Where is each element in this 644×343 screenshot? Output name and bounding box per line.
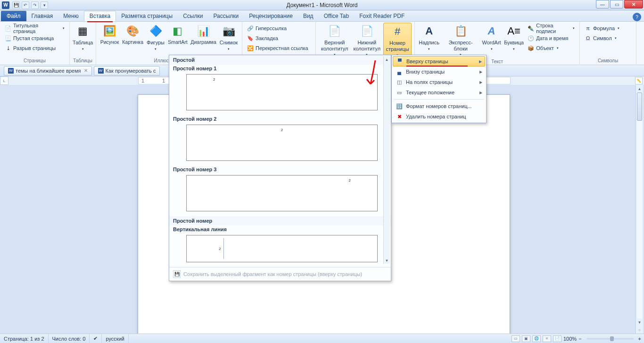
scroll-up-arrow[interactable]: ▲ [636, 85, 643, 92]
page-break-button[interactable]: ⤓Разрыв страницы [3, 43, 66, 53]
view-draft[interactable]: 📄 [553, 335, 561, 342]
header-button[interactable]: 📄Верхний колонтитул ▾ [319, 23, 350, 58]
tab-insert[interactable]: Вставка [84, 11, 116, 21]
shapes-button[interactable]: 🔷Фигуры▾ [145, 23, 165, 52]
tab-review[interactable]: Рецензирование [244, 11, 298, 21]
tab-mailings[interactable]: Рассылки [208, 11, 244, 21]
status-word-count[interactable]: Число слов: 0 [49, 334, 90, 343]
minimize-button[interactable]: — [596, 0, 609, 8]
tab-pagelayout[interactable]: Разметка страницы [116, 11, 178, 21]
group-symbols-label: Символы [583, 57, 633, 65]
status-page[interactable]: Страница: 1 из 2 [0, 334, 49, 343]
qat-undo[interactable]: ↶ [22, 1, 29, 9]
blank-page-button[interactable]: 📃Пустая страница [3, 33, 66, 43]
equation-button[interactable]: πФормула▾ [583, 24, 621, 33]
chevron-right-icon: ▶ [479, 59, 482, 64]
browse-object[interactable]: ○ [636, 326, 643, 334]
tab-menu[interactable]: Меню [58, 11, 83, 21]
zoom-in[interactable]: + [638, 336, 641, 342]
view-web[interactable]: 🌐 [532, 335, 541, 342]
status-language[interactable]: русский [102, 334, 128, 343]
blank-page-icon: 📃 [5, 35, 11, 42]
zoom-slider[interactable] [586, 338, 634, 340]
bookmark-button[interactable]: 🔖Закладка [245, 33, 310, 43]
page-number-button[interactable]: #Номер страницы ▾ [383, 23, 412, 59]
clipart-button[interactable]: 🎨Картинка [121, 23, 145, 46]
table-icon: ▦ [75, 24, 91, 39]
status-proofing[interactable]: ✔ [90, 334, 102, 343]
header-icon: 📄 [327, 24, 342, 39]
page-number-submenu: ▀Вверху страницы▶ ▄Внизу страницы▶ ◫На п… [391, 55, 487, 123]
maximize-button[interactable]: ▭ [610, 0, 623, 8]
tab-officetab[interactable]: Office Tab [319, 11, 355, 21]
submenu-remove-numbers[interactable]: ✖Удалить номера страниц [393, 111, 485, 122]
gallery-item-3[interactable]: 2 [186, 175, 378, 211]
cover-page-button[interactable]: 📄Титульная страница▾ [3, 24, 66, 33]
screenshot-button[interactable]: 📷Снимок▾ [218, 23, 239, 52]
page-number-gallery: Простой Простой номер 1 2 Простой номер … [169, 55, 391, 281]
table-button[interactable]: ▦Таблица▾ [73, 23, 93, 52]
hyperlink-icon: 🔗 [247, 25, 254, 32]
footer-button[interactable]: 📄Нижний колонтитул ▾ [351, 23, 382, 58]
quickparts-button[interactable]: 📋Экспресс-блоки▾ [441, 23, 480, 58]
tab-references[interactable]: Ссылки [178, 11, 208, 21]
close-tab-icon[interactable]: ✕ [84, 68, 88, 73]
submenu-top-of-page[interactable]: ▀Вверху страницы▶ [393, 56, 485, 67]
margins-icon: ◫ [396, 78, 403, 86]
group-pages-label: Страницы [3, 57, 66, 65]
zoom-percent[interactable]: 100% [563, 336, 577, 342]
hyperlink-button[interactable]: 🔗Гиперссылка [245, 24, 310, 33]
tab-home[interactable]: Главная [26, 11, 58, 21]
bookmark-icon: 🔖 [247, 35, 254, 42]
view-outline[interactable]: ≡ [543, 335, 551, 342]
tab-selector[interactable]: L [0, 76, 8, 85]
signature-line-button[interactable]: ✒️Строка подписи▾ [526, 24, 577, 33]
submenu-page-margins[interactable]: ◫На полях страницы▶ [393, 77, 485, 87]
vertical-scrollbar[interactable]: ▲ ▼ ○ [636, 85, 643, 334]
close-button[interactable]: ✕ [624, 0, 643, 8]
gallery-scrollbar[interactable]: ▲ ▼ [383, 56, 390, 264]
picture-button[interactable]: 🖼️Рисунок [99, 23, 120, 46]
view-fullscreen[interactable]: ▣ [522, 335, 530, 342]
file-tab[interactable]: Файл [1, 11, 26, 21]
submenu-bottom-of-page[interactable]: ▄Внизу страницы▶ [393, 67, 485, 77]
qat-redo[interactable]: ↷ [31, 1, 39, 9]
gallery-footer[interactable]: 💾 Сохранить выделенный фрагмент как номе… [169, 267, 391, 281]
scroll-down-arrow[interactable]: ▼ [636, 318, 643, 326]
submenu-current-position[interactable]: ▭Текущее положение▶ [393, 87, 485, 98]
wordart-button[interactable]: AWordArt▾ [481, 23, 502, 52]
datetime-button[interactable]: 🕐Дата и время [526, 33, 577, 43]
crossref-button[interactable]: 🔀Перекрестная ссылка [245, 43, 310, 53]
shapes-icon: 🔷 [148, 24, 163, 39]
zoom-out[interactable]: − [578, 336, 581, 342]
gallery-item-2[interactable]: 2 [186, 125, 378, 161]
scroll-thumb[interactable] [637, 92, 642, 121]
smartart-button[interactable]: ◧SmartArt [167, 23, 189, 46]
textbox-icon: A [421, 24, 437, 39]
footer-icon: 📄 [359, 24, 374, 39]
textbox-button[interactable]: AНадпись▾ [418, 23, 440, 52]
gallery-item-4[interactable]: 2 [186, 235, 378, 262]
object-button[interactable]: 📦Объект▾ [526, 43, 577, 53]
gallery-scroll-down[interactable]: ▼ [384, 257, 390, 264]
chart-button[interactable]: 📊Диаграмма [190, 23, 217, 46]
submenu-format-numbers[interactable]: 🔢Формат номеров страниц... [393, 101, 485, 111]
doctab-1[interactable]: Wтемы на ближайшее время✕ [4, 66, 92, 75]
signature-icon: ✒️ [528, 25, 534, 32]
ruler-toggle[interactable]: 📏 [635, 77, 643, 84]
view-print-layout[interactable]: ▭ [512, 335, 520, 342]
gallery-footer-label: Сохранить выделенный фрагмент как номер … [183, 271, 362, 277]
qat-save[interactable]: 💾 [12, 1, 20, 9]
tab-foxit[interactable]: Foxit Reader PDF [354, 11, 410, 21]
status-bar: Страница: 1 из 2 Число слов: 0 ✔ русский… [0, 334, 644, 343]
tab-view[interactable]: Вид [298, 11, 319, 21]
qat-more[interactable]: ▾ [41, 1, 48, 9]
gallery-item-3-label: Простой номер 3 [169, 166, 391, 173]
title-bar: W 💾 ↶ ↷ ▾ Документ1 - Microsoft Word — ▭… [0, 0, 644, 10]
gallery-item-1[interactable]: 2 [186, 74, 378, 110]
doctab-2[interactable]: WКак пронумеровать с [94, 66, 160, 75]
help-button[interactable]: ? [633, 13, 641, 21]
symbol-button[interactable]: ΩСимвол▾ [583, 33, 621, 43]
dropcap-button[interactable]: A≡Буквица▾ [503, 23, 525, 52]
gallery-scroll-up[interactable]: ▲ [384, 56, 390, 63]
